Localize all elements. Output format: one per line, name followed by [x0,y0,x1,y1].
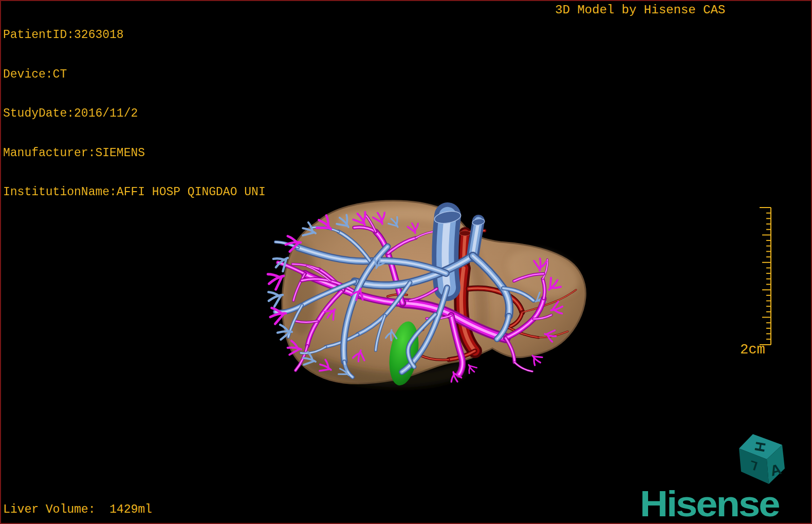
patient-info-line: InstitutionName:AFFI HOSP QINGDAO UNI [3,186,266,199]
patient-info-line: Device:CT [3,68,266,82]
patient-info-line: StudyDate:2016/11/2 [3,107,266,121]
patient-info-line: PatientID:3263018 [3,29,266,42]
patient-info-line: Manufacturer:SIEMENS [3,147,266,160]
patient-info-overlay: PatientID:3263018 Device:CT StudyDate:20… [3,3,266,226]
orientation-cube[interactable]: H L A [735,433,786,486]
viewer-screen: PatientID:3263018 Device:CT StudyDate:20… [0,0,812,524]
liver-volume-readout: Liver Volume: 1429ml [3,503,152,516]
watermark-title: 3D Model by Hisense CAS [555,3,725,17]
hisense-logo: Hisense [640,483,779,524]
scale-label: 2cm [740,342,765,358]
scale-ruler [756,205,774,349]
artery-cut-opening [459,231,471,236]
